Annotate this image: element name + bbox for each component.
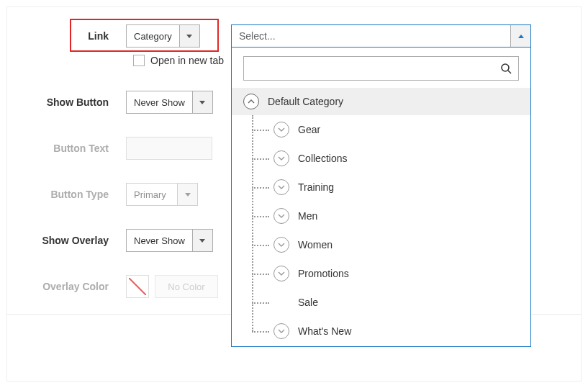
button-text-input bbox=[126, 137, 212, 160]
row-link: Link Category bbox=[7, 24, 200, 48]
row-button-text: Button Text bbox=[7, 137, 212, 160]
overlay-color-value: No Color bbox=[155, 275, 218, 298]
category-tree: Default Category GearCollectionsTraining… bbox=[232, 84, 530, 356]
collapse-icon[interactable] bbox=[243, 94, 259, 109]
category-select-placeholder: Select... bbox=[232, 30, 510, 42]
tree-item[interactable]: Collections bbox=[252, 144, 530, 173]
tree-item[interactable]: What's New bbox=[252, 317, 530, 346]
category-search-input[interactable] bbox=[244, 57, 494, 80]
category-select[interactable]: Select... bbox=[231, 24, 531, 48]
open-new-tab-row: Open in new tab bbox=[133, 55, 224, 66]
tree-root[interactable]: Default Category bbox=[232, 88, 530, 115]
show-button-value: Never Show bbox=[127, 91, 192, 113]
expand-icon[interactable] bbox=[273, 237, 289, 253]
tree-item-label: Gear bbox=[298, 124, 320, 135]
search-box bbox=[243, 56, 519, 81]
row-overlay-color: Overlay Color No Color bbox=[7, 275, 218, 298]
tree-item-label: Sale bbox=[298, 297, 318, 308]
open-new-tab-checkbox[interactable] bbox=[133, 55, 145, 66]
tree-item[interactable]: Gear bbox=[252, 115, 530, 144]
category-dropdown-panel: Default Category GearCollectionsTraining… bbox=[231, 48, 531, 347]
tree-item[interactable]: Sale bbox=[252, 288, 530, 317]
color-swatch bbox=[126, 275, 149, 298]
expand-icon[interactable] bbox=[273, 150, 289, 166]
tree-item-label: What's New bbox=[298, 325, 351, 337]
search-wrap bbox=[232, 48, 530, 84]
tree-item[interactable]: Men bbox=[252, 202, 530, 230]
expand-icon[interactable] bbox=[273, 266, 289, 281]
button-type-select: Primary bbox=[126, 183, 198, 206]
link-type-select[interactable]: Category bbox=[126, 24, 200, 48]
show-overlay-select[interactable]: Never Show bbox=[126, 229, 213, 252]
svg-point-0 bbox=[502, 64, 509, 71]
show-button-select[interactable]: Never Show bbox=[126, 91, 213, 114]
label-button-text: Button Text bbox=[7, 143, 126, 154]
label-link: Link bbox=[7, 30, 126, 42]
label-show-overlay: Show Overlay bbox=[7, 235, 126, 246]
expand-icon[interactable] bbox=[273, 179, 289, 195]
svg-line-1 bbox=[508, 71, 511, 73]
tree-item-label: Collections bbox=[298, 153, 347, 164]
label-button-type: Button Type bbox=[7, 189, 126, 200]
chevron-down-icon bbox=[179, 25, 199, 47]
row-show-overlay: Show Overlay Never Show bbox=[7, 229, 213, 252]
tree-item-label: Men bbox=[298, 210, 317, 222]
chevron-down-icon bbox=[177, 184, 197, 205]
tree-item[interactable]: Training bbox=[252, 173, 530, 202]
chevron-up-icon bbox=[510, 25, 530, 47]
show-overlay-value: Never Show bbox=[127, 230, 192, 251]
label-show-button: Show Button bbox=[7, 96, 126, 108]
row-show-button: Show Button Never Show bbox=[7, 91, 213, 114]
row-button-type: Button Type Primary bbox=[7, 183, 198, 206]
expand-icon[interactable] bbox=[273, 208, 289, 224]
open-new-tab-label: Open in new tab bbox=[150, 55, 224, 66]
chevron-down-icon bbox=[192, 230, 212, 251]
label-overlay-color: Overlay Color bbox=[7, 281, 126, 292]
tree-item-label: Women bbox=[298, 239, 333, 251]
tree-item[interactable]: Women bbox=[252, 230, 530, 259]
tree-item[interactable]: Promotions bbox=[252, 259, 530, 288]
button-type-value: Primary bbox=[127, 184, 177, 205]
tree-root-label: Default Category bbox=[268, 96, 343, 107]
link-type-value: Category bbox=[127, 25, 179, 47]
search-icon[interactable] bbox=[494, 63, 518, 74]
expand-icon[interactable] bbox=[273, 122, 289, 137]
chevron-down-icon bbox=[192, 91, 212, 113]
expand-icon[interactable] bbox=[273, 323, 289, 339]
tree-item-label: Training bbox=[298, 181, 334, 193]
tree-item-label: Promotions bbox=[298, 268, 349, 279]
